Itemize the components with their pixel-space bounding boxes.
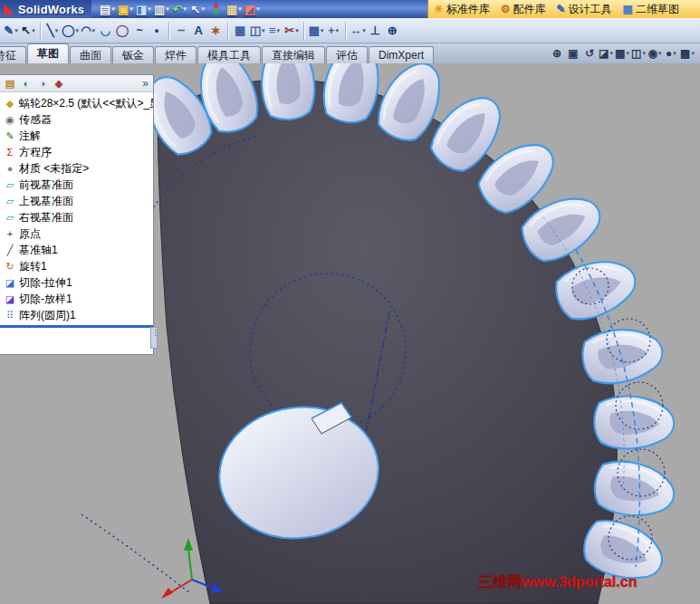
previous-view-icon[interactable]: ↺ [582,46,597,61]
new-document-icon[interactable]: ▤▾ [99,1,115,17]
ellipse-tool-icon[interactable]: ◯ [114,23,130,39]
point-tool-icon[interactable]: • [149,23,165,39]
equation-tool-icon[interactable]: ∗ [207,23,224,39]
tree-item-top-plane[interactable]: ▱上视基准面 [0,193,153,209]
hide-show-items-icon[interactable]: ◉▾ [647,46,662,61]
addin-sketch-2d[interactable]: ▦二维草图 [623,2,679,17]
move-entities-icon[interactable]: +▾ [325,23,341,39]
origin-icon: + [4,228,16,239]
arc-tool-icon[interactable]: ◠▾ [80,23,96,39]
centerline-tool-icon[interactable]: ╌ [173,23,189,39]
configurationmanager-tab-icon[interactable]: ◑ [35,77,50,91]
featuremanager-tab-icon[interactable]: ▤ [3,77,17,91]
addin-design-tools[interactable]: ✎设计工具 [557,2,612,17]
plane-icon: ▱ [4,196,16,207]
dropdown-caret-icon: ▾ [362,27,366,34]
tree-item-label: 注解 [19,129,41,144]
tree-item-label: 蜗轮28×2.5 (默认<<默认>_显 [19,96,153,111]
tree-item-material[interactable]: ●材质 <未指定> [0,160,153,177]
options-board-icon[interactable]: ▦▾ [225,1,242,17]
circle-tool-icon[interactable]: ◯▾ [62,23,79,39]
tab-模具工具[interactable]: 模具工具 [197,46,261,63]
panel-overflow-button[interactable]: » [142,77,150,90]
zoom-fit-icon[interactable]: ⊕ [550,46,564,61]
tree-item-right-plane[interactable]: ▱右视基准面 [0,209,153,225]
tree-item-sensors[interactable]: ◉传感器 [0,111,153,128]
grid-tool-icon[interactable]: ▦ [232,23,248,39]
dimxpertmanager-tab-icon[interactable]: ◈ [52,77,66,91]
tree-item-label: 切除-放样1 [19,292,72,307]
linear-pattern-icon[interactable]: ▩▾ [308,23,324,39]
text-tool-icon[interactable]: A [190,23,206,39]
solidworks-logo-icon [4,4,14,14]
tree-item-revolve1[interactable]: ↻旋转1 [0,258,153,274]
print-icon[interactable]: ▥▾ [153,1,169,17]
save-icon[interactable]: ◨▾ [135,1,151,17]
tab-评估[interactable]: 评估 [326,46,368,63]
panel-resize-grip[interactable]: ⋮ [150,327,158,349]
dropdown-caret-icon: ▾ [256,5,260,13]
tab-曲面[interactable]: 曲面 [70,46,111,63]
edit-appearance-icon[interactable]: ●▾ [664,46,678,61]
tree-item-axis1[interactable]: ╱基准轴1 [0,242,153,258]
select-cursor-icon[interactable]: ↖▾ [189,1,206,17]
dropdown-caret-icon: ▾ [55,27,59,34]
spline-tool-icon[interactable]: ~ [131,23,148,39]
tab-特征[interactable]: 特征 [0,46,26,63]
axis-icon: ╱ [4,244,16,256]
tab-DimXpert[interactable]: DimXpert [369,46,434,63]
trim-entities-icon[interactable]: ✂▾ [283,23,300,39]
undo-icon[interactable]: ↶▾ [171,1,187,17]
zoom-area-icon[interactable]: ▣ [566,46,580,61]
tree-item-cirpattern1[interactable]: ⠿阵列(圆周)1 [0,307,153,323]
dropdown-caret-icon: ▾ [129,5,133,13]
dropdown-caret-icon: ▾ [277,27,281,34]
dropdown-caret-icon: ▾ [262,27,265,34]
tab-直接编辑[interactable]: 直接编辑 [262,46,325,63]
apply-scene-icon[interactable]: ▩▾ [680,46,695,61]
smart-dimension-icon[interactable]: ↔▾ [350,23,366,39]
propertymanager-tab-icon[interactable]: ◐ [19,77,34,91]
tree-item-origin[interactable]: +原点 [0,225,153,242]
tangent-arc-icon[interactable]: ◡ [97,23,113,39]
snap-icon[interactable]: ⊕ [384,23,400,39]
tab-焊件[interactable]: 焊件 [155,46,197,63]
tab-钣金[interactable]: 钣金 [112,46,154,63]
dropdown-caret-icon: ▾ [673,50,676,57]
section-view-icon[interactable]: ◪▾ [599,46,613,61]
add-relation-icon[interactable]: ⊥ [367,23,383,39]
dropdown-caret-icon: ▾ [166,5,169,13]
feature-tree: ◆蜗轮28×2.5 (默认<<默认>_显◉传感器✎注解Σ方程序●材质 <未指定>… [0,92,153,323]
tree-item-label: 前视基准面 [19,177,73,193]
addin-fittings-library[interactable]: ⚙配件库 [501,2,546,17]
tree-item-cut-extrude1[interactable]: ◪切除-拉伸1 [0,274,153,291]
help-icon[interactable]: ◩▾ [244,1,260,17]
cut-extrude-icon: ◪ [4,277,16,289]
tree-item-label: 原点 [19,226,41,242]
mirror-entities-icon[interactable]: ◫▾ [249,23,265,39]
offset-entities-icon[interactable]: ≡▾ [266,23,283,39]
line-tool-icon[interactable]: ╲▾ [44,23,61,39]
addin-standard-parts[interactable]: ☀标准件库 [434,2,490,17]
sketch-tool-icon[interactable]: ✎▾ [3,23,19,39]
view-orientation-icon[interactable]: ▦▾ [615,46,629,61]
tab-草图[interactable]: 草图 [27,43,69,63]
tree-item-cut-loft1[interactable]: ◪切除-放样1 [0,291,153,307]
sketch-2d-icon: ▦ [623,3,633,15]
annotations-icon: ✎ [4,130,16,142]
sketch-toolbar: ✎▾↖▾╲▾◯▾◠▾◡◯~•╌A∗▦◫▾≡▾✂▾▩▾+▾↔▾⊥⊕ [0,18,700,43]
open-folder-icon[interactable]: ▣▾ [117,1,133,17]
select-arrow-icon[interactable]: ↖▾ [20,23,36,39]
addin-label: 二维草图 [636,2,679,17]
rebuild-stoplight-icon[interactable] [207,1,224,17]
toolbar-separator [227,22,228,40]
tree-item-front-plane[interactable]: ▱前视基准面 [0,177,153,193]
design-tools-icon: ✎ [557,3,566,15]
tree-item-equations[interactable]: Σ方程序 [0,144,153,160]
display-style-icon[interactable]: ◫▾ [631,46,646,61]
sensors-icon: ◉ [4,114,16,126]
feature-manager-panel: ▤◐◑◈» ◆蜗轮28×2.5 (默认<<默认>_显◉传感器✎注解Σ方程序●材质… [0,74,154,355]
rollback-bar[interactable] [0,325,153,328]
tree-item-part[interactable]: ◆蜗轮28×2.5 (默认<<默认>_显 [0,95,153,111]
tree-item-annotations[interactable]: ✎注解 [0,128,153,144]
